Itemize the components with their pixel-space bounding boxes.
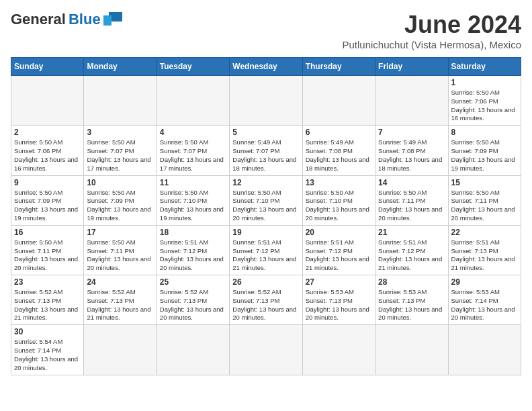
- day-info: Sunrise: 5:50 AM Sunset: 7:07 PM Dayligh…: [87, 138, 153, 173]
- calendar-day-cell: 7Sunrise: 5:49 AM Sunset: 7:08 PM Daylig…: [375, 126, 448, 175]
- day-info: Sunrise: 5:50 AM Sunset: 7:06 PM Dayligh…: [451, 89, 518, 123]
- day-number: 12: [232, 178, 299, 187]
- day-number: 16: [14, 228, 81, 237]
- calendar-day-cell: 9Sunrise: 5:50 AM Sunset: 7:09 PM Daylig…: [11, 175, 84, 225]
- calendar-day-cell: [448, 325, 521, 375]
- calendar-day-cell: 15Sunrise: 5:50 AM Sunset: 7:11 PM Dayli…: [448, 175, 521, 225]
- calendar-day-cell: [230, 76, 302, 126]
- calendar-week-row: 23Sunrise: 5:52 AM Sunset: 7:13 PM Dayli…: [11, 275, 521, 325]
- calendar-day-cell: 2Sunrise: 5:50 AM Sunset: 7:06 PM Daylig…: [11, 126, 84, 175]
- day-number: 17: [87, 228, 153, 237]
- calendar-week-row: 2Sunrise: 5:50 AM Sunset: 7:06 PM Daylig…: [11, 126, 521, 175]
- calendar-day-cell: 6Sunrise: 5:49 AM Sunset: 7:08 PM Daylig…: [302, 126, 375, 175]
- day-info: Sunrise: 5:49 AM Sunset: 7:08 PM Dayligh…: [378, 138, 445, 173]
- day-info: Sunrise: 5:50 AM Sunset: 7:11 PM Dayligh…: [14, 238, 81, 273]
- calendar-day-cell: 24Sunrise: 5:52 AM Sunset: 7:13 PM Dayli…: [84, 275, 157, 325]
- calendar-day-cell: 25Sunrise: 5:52 AM Sunset: 7:13 PM Dayli…: [157, 275, 229, 325]
- day-info: Sunrise: 5:52 AM Sunset: 7:13 PM Dayligh…: [232, 288, 299, 322]
- calendar-day-cell: 18Sunrise: 5:51 AM Sunset: 7:12 PM Dayli…: [157, 225, 229, 275]
- day-info: Sunrise: 5:50 AM Sunset: 7:09 PM Dayligh…: [87, 189, 153, 223]
- day-number: 24: [87, 277, 153, 287]
- calendar-day-cell: 29Sunrise: 5:53 AM Sunset: 7:14 PM Dayli…: [448, 275, 521, 325]
- day-info: Sunrise: 5:49 AM Sunset: 7:08 PM Dayligh…: [306, 138, 372, 173]
- calendar-day-cell: [84, 76, 157, 126]
- day-info: Sunrise: 5:53 AM Sunset: 7:13 PM Dayligh…: [306, 288, 372, 322]
- day-info: Sunrise: 5:54 AM Sunset: 7:14 PM Dayligh…: [14, 338, 81, 372]
- calendar-day-cell: 28Sunrise: 5:53 AM Sunset: 7:13 PM Dayli…: [375, 275, 448, 325]
- calendar-week-row: 16Sunrise: 5:50 AM Sunset: 7:11 PM Dayli…: [11, 225, 521, 275]
- svg-marker-1: [103, 15, 112, 26]
- day-info: Sunrise: 5:50 AM Sunset: 7:11 PM Dayligh…: [87, 238, 153, 273]
- calendar-day-cell: 5Sunrise: 5:49 AM Sunset: 7:07 PM Daylig…: [230, 126, 302, 175]
- day-number: 7: [378, 128, 445, 137]
- logo-icon: [103, 12, 122, 27]
- day-info: Sunrise: 5:50 AM Sunset: 7:09 PM Dayligh…: [14, 189, 81, 223]
- day-number: 9: [14, 178, 81, 187]
- calendar-day-cell: 27Sunrise: 5:53 AM Sunset: 7:13 PM Dayli…: [302, 275, 375, 325]
- day-number: 8: [451, 128, 518, 137]
- calendar-day-cell: [84, 325, 157, 375]
- day-info: Sunrise: 5:52 AM Sunset: 7:13 PM Dayligh…: [14, 288, 81, 322]
- calendar-day-cell: 20Sunrise: 5:51 AM Sunset: 7:12 PM Dayli…: [302, 225, 375, 275]
- day-number: 10: [87, 178, 153, 187]
- calendar-day-cell: [302, 76, 375, 126]
- day-info: Sunrise: 5:50 AM Sunset: 7:07 PM Dayligh…: [160, 138, 226, 173]
- day-number: 13: [306, 178, 372, 187]
- calendar-day-cell: 8Sunrise: 5:50 AM Sunset: 7:09 PM Daylig…: [448, 126, 521, 175]
- calendar-day-cell: 21Sunrise: 5:51 AM Sunset: 7:12 PM Dayli…: [375, 225, 448, 275]
- day-info: Sunrise: 5:53 AM Sunset: 7:14 PM Dayligh…: [451, 288, 518, 322]
- calendar-day-cell: 1Sunrise: 5:50 AM Sunset: 7:06 PM Daylig…: [448, 76, 521, 126]
- day-number: 3: [87, 128, 153, 137]
- weekday-header-thursday: Thursday: [302, 58, 375, 76]
- day-info: Sunrise: 5:53 AM Sunset: 7:13 PM Dayligh…: [378, 288, 445, 322]
- day-number: 19: [232, 228, 299, 237]
- day-info: Sunrise: 5:51 AM Sunset: 7:12 PM Dayligh…: [378, 238, 445, 273]
- day-info: Sunrise: 5:49 AM Sunset: 7:07 PM Dayligh…: [232, 138, 299, 173]
- logo-blue-text: Blue: [69, 11, 101, 28]
- day-number: 28: [378, 277, 445, 287]
- weekday-header-row: SundayMondayTuesdayWednesdayThursdayFrid…: [11, 58, 521, 76]
- day-info: Sunrise: 5:50 AM Sunset: 7:10 PM Dayligh…: [232, 189, 299, 223]
- calendar-week-row: 9Sunrise: 5:50 AM Sunset: 7:09 PM Daylig…: [11, 175, 521, 225]
- day-number: 2: [14, 128, 81, 137]
- day-number: 11: [160, 178, 226, 187]
- calendar-day-cell: [375, 325, 448, 375]
- day-info: Sunrise: 5:52 AM Sunset: 7:13 PM Dayligh…: [87, 288, 153, 322]
- day-number: 23: [14, 277, 81, 287]
- title-area: June 2024 Putlunichuchut (Vista Hermosa)…: [343, 11, 522, 50]
- day-number: 22: [451, 228, 518, 237]
- logo-general: General: [11, 11, 66, 28]
- day-info: Sunrise: 5:50 AM Sunset: 7:06 PM Dayligh…: [14, 138, 81, 173]
- calendar-day-cell: [302, 325, 375, 375]
- calendar-week-row: 1Sunrise: 5:50 AM Sunset: 7:06 PM Daylig…: [11, 76, 521, 126]
- day-number: 4: [160, 128, 226, 137]
- day-number: 1: [451, 78, 518, 87]
- day-number: 21: [378, 228, 445, 237]
- day-number: 6: [306, 128, 372, 137]
- calendar-table: SundayMondayTuesdayWednesdayThursdayFrid…: [11, 57, 521, 375]
- location-subtitle: Putlunichuchut (Vista Hermosa), Mexico: [343, 39, 522, 50]
- weekday-header-sunday: Sunday: [11, 58, 84, 76]
- day-number: 20: [306, 228, 372, 237]
- calendar-day-cell: 16Sunrise: 5:50 AM Sunset: 7:11 PM Dayli…: [11, 225, 84, 275]
- calendar-day-cell: 23Sunrise: 5:52 AM Sunset: 7:13 PM Dayli…: [11, 275, 84, 325]
- day-info: Sunrise: 5:50 AM Sunset: 7:09 PM Dayligh…: [451, 138, 518, 173]
- day-info: Sunrise: 5:50 AM Sunset: 7:11 PM Dayligh…: [451, 189, 518, 223]
- calendar-day-cell: [157, 325, 229, 375]
- calendar-day-cell: 12Sunrise: 5:50 AM Sunset: 7:10 PM Dayli…: [230, 175, 302, 225]
- day-number: 27: [306, 277, 372, 287]
- weekday-header-monday: Monday: [84, 58, 157, 76]
- month-year-title: June 2024: [343, 11, 522, 39]
- weekday-header-saturday: Saturday: [448, 58, 521, 76]
- calendar-day-cell: 22Sunrise: 5:51 AM Sunset: 7:13 PM Dayli…: [448, 225, 521, 275]
- calendar-day-cell: [230, 325, 302, 375]
- day-info: Sunrise: 5:51 AM Sunset: 7:12 PM Dayligh…: [232, 238, 299, 273]
- calendar-day-cell: [157, 76, 229, 126]
- calendar-week-row: 30Sunrise: 5:54 AM Sunset: 7:14 PM Dayli…: [11, 325, 521, 375]
- calendar-day-cell: 26Sunrise: 5:52 AM Sunset: 7:13 PM Dayli…: [230, 275, 302, 325]
- calendar-day-cell: 17Sunrise: 5:50 AM Sunset: 7:11 PM Dayli…: [84, 225, 157, 275]
- day-info: Sunrise: 5:50 AM Sunset: 7:10 PM Dayligh…: [306, 189, 372, 223]
- logo: General Blue: [11, 11, 122, 28]
- day-number: 30: [14, 327, 81, 336]
- day-number: 25: [160, 277, 226, 287]
